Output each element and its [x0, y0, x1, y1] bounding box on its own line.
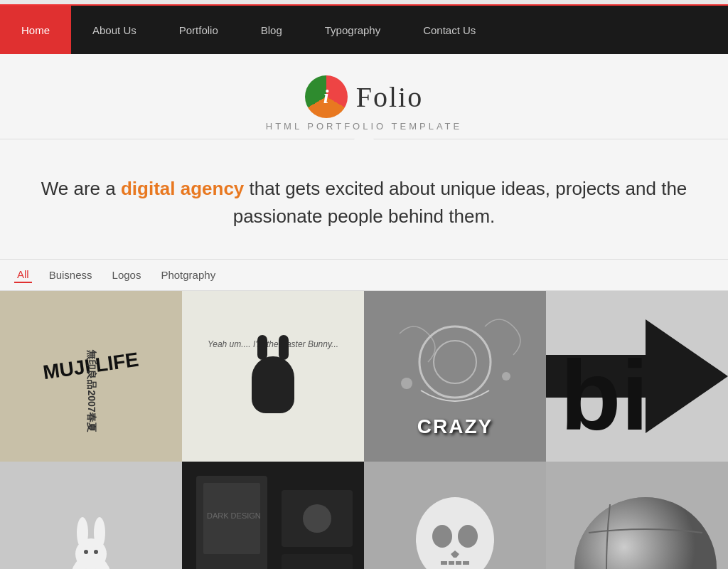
- hero-text-after: that gets excited about unique ideas, pr…: [233, 178, 687, 227]
- portfolio-image-muji: [0, 291, 182, 462]
- portfolio-image-bunny: Yeah um.... I'm the Easter Bunny...: [182, 291, 364, 462]
- portfolio-item-muji[interactable]: [0, 291, 182, 462]
- logo-arrow: [354, 139, 374, 149]
- svg-point-14: [84, 550, 88, 554]
- svg-point-15: [94, 550, 98, 554]
- nav-item-contact[interactable]: Contact Us: [402, 6, 497, 54]
- svg-point-5: [502, 372, 510, 381]
- svg-text:CRAZY: CRAZY: [417, 415, 493, 437]
- nav-item-portfolio[interactable]: Portfolio: [158, 6, 240, 54]
- filter-business[interactable]: Buisness: [46, 267, 95, 282]
- big-svg: bi: [546, 291, 728, 462]
- nav-item-typography[interactable]: Typography: [304, 6, 402, 54]
- main-navigation: Home About Us Portfolio Blog Typography …: [0, 6, 728, 54]
- svg-point-30: [458, 525, 478, 548]
- portfolio-item-bunny[interactable]: Yeah um.... I'm the Easter Bunny...: [182, 291, 364, 462]
- bunny-caption: Yeah um.... I'm the Easter Bunny...: [193, 339, 353, 349]
- top-bar: [0, 0, 728, 6]
- filter-photography[interactable]: Photgraphy: [158, 267, 218, 282]
- svg-text:DARK DESIGN: DARK DESIGN: [207, 511, 261, 520]
- portfolio-item-dark[interactable]: DARK DESIGN: [182, 462, 364, 569]
- logo-title: Folio: [356, 80, 423, 114]
- svg-point-4: [401, 378, 412, 389]
- portfolio-grid: Yeah um.... I'm the Easter Bunny... CRAZ…: [0, 291, 728, 569]
- svg-rect-21: [282, 554, 353, 569]
- nav-item-about[interactable]: About Us: [71, 6, 158, 54]
- filter-logos[interactable]: Logos: [109, 267, 144, 282]
- svg-point-13: [94, 517, 105, 548]
- nav-item-blog[interactable]: Blog: [240, 6, 304, 54]
- svg-text:bi: bi: [560, 339, 648, 451]
- portfolio-image-ball: [546, 462, 728, 569]
- rabbit2-svg: [0, 462, 182, 569]
- portfolio-image-crazy: CRAZY: [364, 291, 546, 462]
- portfolio-item-ball[interactable]: [546, 462, 728, 569]
- filter-all[interactable]: All: [14, 267, 32, 283]
- portfolio-item-rabbit2[interactable]: [0, 462, 182, 569]
- hero-section: We are a digital agency that gets excite…: [0, 139, 728, 259]
- logo-icon: i: [305, 75, 348, 118]
- nav-item-home[interactable]: Home: [0, 6, 71, 54]
- skull-svg: [364, 462, 546, 569]
- portfolio-image-rabbit2: [0, 462, 182, 569]
- portfolio-item-crazy[interactable]: CRAZY: [364, 291, 546, 462]
- logo-subtitle: HTML Portfolio Template: [266, 121, 462, 132]
- svg-point-12: [77, 517, 88, 548]
- hero-text-before: We are a: [41, 178, 121, 199]
- svg-point-29: [432, 525, 452, 548]
- portfolio-image-big: bi: [546, 291, 728, 462]
- portfolio-image-skull: [364, 462, 546, 569]
- logo-wrapper: i Folio: [305, 75, 423, 118]
- portfolio-item-big[interactable]: bi: [546, 291, 728, 462]
- portfolio-image-dark: DARK DESIGN: [182, 462, 364, 569]
- crazy-svg: CRAZY: [364, 291, 546, 462]
- svg-point-22: [303, 504, 331, 533]
- portfolio-item-skull[interactable]: [364, 462, 546, 569]
- logo-area: i Folio HTML Portfolio Template: [0, 54, 728, 139]
- hero-highlight: digital agency: [121, 178, 244, 199]
- filter-bar: All Buisness Logos Photgraphy: [0, 259, 728, 291]
- ball-svg: [546, 462, 728, 569]
- dark-svg: DARK DESIGN: [182, 462, 364, 569]
- bunny-figure: [252, 356, 294, 413]
